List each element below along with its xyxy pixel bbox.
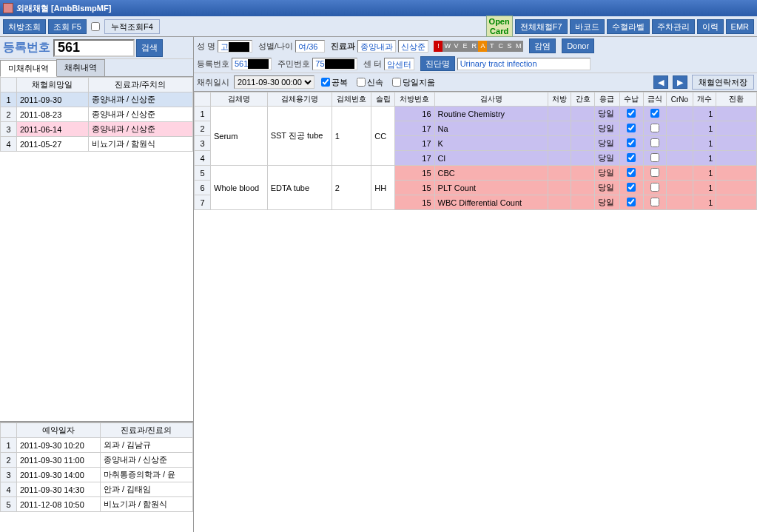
sexage-label: 성별/나이 [258,41,293,52]
dept-label: 진료과 [331,41,355,52]
tab-unpicked[interactable]: 미채취내역 [0,60,57,77]
appointment-row[interactable]: 12011-09-30 10:20외과 / 김남규 [1,438,193,453]
center-label: 센 터 [363,58,382,70]
total-blood-f7-button[interactable]: 전체채혈F7 [515,19,568,34]
track-inquiry-f4-button[interactable]: 누적조회F4 [104,19,160,34]
history-col-dept: 진료과/주치의 [88,78,192,92]
history-row[interactable]: 42011-05-27비뇨기과 / 함원식 [1,137,193,152]
dept-value: 종양내과 [357,40,396,53]
appointment-row[interactable]: 22011-09-30 11:00종양내과 / 신상준 [1,453,193,468]
titlebar: 외래채혈 [AmbBlsmpMF] [0,0,757,16]
registration-input[interactable] [53,39,135,57]
main-row[interactable]: 1SerumSST 진공 tube1CC16Routine Chemistry당… [195,107,757,121]
name-value: 고 [218,40,252,53]
infection-button[interactable]: 감염 [529,38,556,53]
patient-flags: !WVERATCSM [434,41,523,52]
prescription-inquiry-button[interactable]: 처방조회 [3,19,46,34]
main-row[interactable]: 5Whole bloodEDTA tube2HH15CBC당일1 [195,166,757,181]
history-row[interactable]: 22011-08-23종양내과 / 신상준 [1,107,193,122]
appointment-row[interactable]: 42011-09-30 14:30안과 / 김태임 [1,482,193,497]
parking-button[interactable]: 주차관리 [652,19,695,34]
app-icon [3,3,13,13]
window-title: 외래채혈 [AmbBlsmpMF] [16,3,111,14]
sameday-check[interactable]: 당일지움 [390,77,437,88]
appointment-row[interactable]: 32011-09-30 14:00마취통증의학과 / 윤 [1,468,193,482]
next-arrow-button[interactable]: ▶ [673,75,687,89]
inquiry-f5-button[interactable]: 조회 F5 [48,19,87,34]
save-contact-button[interactable]: 채혈연락저장 [692,75,754,90]
registration-row: 등록번호 검색 [0,37,193,59]
appt-col-date: 예약일자 [17,423,101,438]
doctor-value: 신상준 [398,40,428,53]
patient-bar: 성 명 고 성별/나이 여/36 진료과 종양내과 신상준 !WVERATCSM… [194,37,757,73]
main-grid[interactable]: 검체명 검체용기명 검체번호 슬립 처방번호 검사명 처방 간호 응급 수납 금… [194,92,757,210]
collect-datetime-label: 채취일시 [197,77,229,88]
rapid-check[interactable]: 신속 [354,77,386,88]
history-button[interactable]: 이력 [697,19,724,34]
donor-button[interactable]: Donor [562,38,594,53]
track-checkbox[interactable] [91,22,100,31]
appointment-grid[interactable]: 예약일자 진료과/진료의 12011-09-30 10:20외과 / 김남규22… [0,422,193,512]
center-value: 암센터 [384,58,414,70]
left-tabs: 미채취내역 채취내역 [0,59,193,77]
history-grid[interactable]: 채혈희망일 진료과/주치의 12011-09-30종양내과 / 신상준22011… [0,77,193,152]
toolbar: 처방조회 조회 F5 누적조회F4 Open Card 전체채혈F7 바코드 수… [0,16,757,37]
collect-datetime-select[interactable]: 2011-09-30 00:00 [234,75,314,89]
history-col-date: 채혈희망일 [17,78,89,92]
diagnosis-value: Urinary tract infection [457,58,591,70]
ssn-label: 주민번호 [277,58,310,70]
appointment-row[interactable]: 52011-12-08 10:50비뇨기과 / 함원식 [1,497,193,512]
sexage-value: 여/36 [295,40,325,53]
regno-label: 등록번호 [197,58,229,70]
ssn-value: 75 [312,58,357,70]
appt-col-dept: 진료과/진료의 [100,423,192,438]
history-row[interactable]: 32011-06-14종양내과 / 신상준 [1,122,193,137]
open-card-badge[interactable]: Open Card [486,16,513,36]
collect-bar: 채취일시 2011-09-30 00:00 공복 신속 당일지움 ◀ ▶ 채혈연… [194,73,757,92]
emr-button[interactable]: EMR [726,19,754,34]
fasting-check[interactable]: 공복 [319,77,350,88]
prev-arrow-button[interactable]: ◀ [653,75,668,89]
registration-label: 등록번호 [3,40,50,55]
track-checkbox-wrap[interactable] [89,22,102,31]
barcode-button[interactable]: 바코드 [570,19,605,34]
regno-value: 561 [232,58,272,70]
history-row[interactable]: 12011-09-30종양내과 / 신상준 [1,92,193,107]
blood-label-button[interactable]: 수혈라벨 [607,19,650,34]
diagnosis-label: 진단명 [420,56,455,71]
name-label: 성 명 [197,41,215,52]
tab-picked[interactable]: 채취내역 [56,59,105,76]
flag-M: M [514,41,523,52]
search-button[interactable]: 검색 [136,39,163,57]
